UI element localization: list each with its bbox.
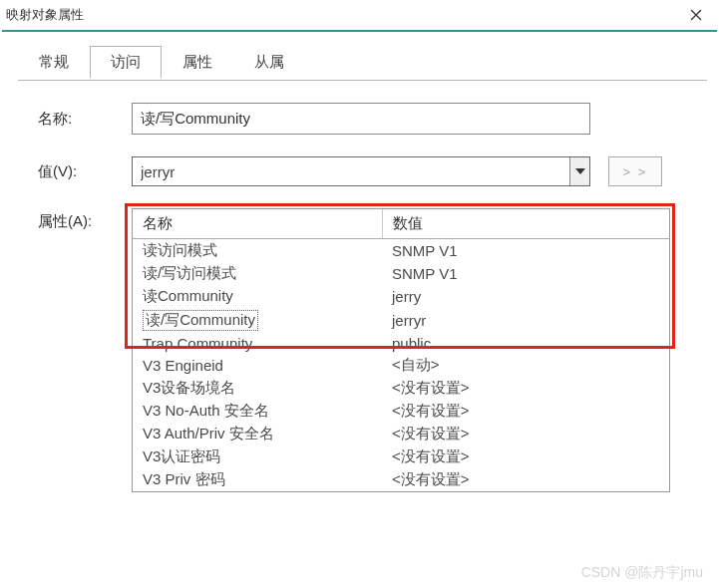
table-row[interactable]: V3 Engineid<自动> [133, 354, 669, 377]
name-row: 名称: [38, 103, 697, 135]
tab-access[interactable]: 访问 [90, 46, 162, 79]
name-field [132, 103, 590, 135]
cell-value[interactable]: <自动> [382, 354, 669, 377]
table-row[interactable]: V3设备场境名<没有设置> [133, 377, 669, 400]
window-title: 映射对象属性 [6, 6, 84, 24]
apply-button[interactable]: > > [608, 156, 662, 186]
cell-value[interactable]: public [382, 333, 669, 354]
cell-name[interactable]: V3 Engineid [133, 354, 382, 377]
cell-value[interactable]: <没有设置> [382, 377, 669, 400]
table-row[interactable]: V3 Priv 密码<没有设置> [133, 468, 669, 491]
table-row[interactable]: 读访问模式SNMP V1 [133, 239, 669, 263]
cell-name[interactable]: V3认证密码 [133, 445, 382, 468]
selected-cell: 读/写Community [143, 310, 258, 331]
attributes-table[interactable]: 名称 数值 读访问模式SNMP V1读/写访问模式SNMP V1读Communi… [133, 209, 669, 491]
cell-value[interactable]: SNMP V1 [382, 262, 669, 285]
attributes-label: 属性(A): [38, 208, 132, 231]
name-label: 名称: [38, 110, 132, 129]
table-row[interactable]: Trap Communitypublic [133, 333, 669, 354]
cell-value[interactable]: <没有设置> [382, 445, 669, 468]
chevron-down-icon [575, 168, 585, 174]
cell-name[interactable]: V3 Auth/Priv 安全名 [133, 423, 382, 445]
value-dropdown-button[interactable] [569, 157, 589, 185]
table-row[interactable]: V3 Auth/Priv 安全名<没有设置> [133, 423, 669, 445]
cell-value[interactable]: <没有设置> [382, 400, 669, 423]
cell-value[interactable]: jerryr [382, 308, 669, 333]
watermark: CSDN @陈丹宇jmu [581, 564, 703, 582]
cell-value[interactable]: jerry [382, 285, 669, 308]
cell-name[interactable]: V3设备场境名 [133, 377, 382, 400]
cell-name[interactable]: 读Community [133, 285, 382, 308]
close-button[interactable] [681, 3, 711, 27]
table-row[interactable]: 读/写Communityjerryr [133, 308, 669, 333]
attributes-table-wrap: 名称 数值 读访问模式SNMP V1读/写访问模式SNMP V1读Communi… [132, 208, 670, 492]
table-row[interactable]: V3认证密码<没有设置> [133, 445, 669, 468]
header-name[interactable]: 名称 [133, 209, 382, 239]
tab-attributes[interactable]: 属性 [162, 46, 233, 79]
tab-dependency[interactable]: 从属 [233, 46, 305, 79]
value-input[interactable] [133, 159, 569, 184]
tab-underline [18, 80, 707, 81]
table-header-row: 名称 数值 [133, 209, 669, 239]
attributes-row: 属性(A): 名称 数值 读访问模式SNMP V1读/写访问模式SNMP V1读… [38, 208, 697, 492]
cell-name[interactable]: V3 No-Auth 安全名 [133, 400, 382, 423]
titlebar: 映射对象属性 [0, 0, 719, 30]
content-area: 常规 访问 属性 从属 名称: 值(V): > > 属性(A): [2, 30, 717, 584]
tab-general[interactable]: 常规 [18, 46, 90, 79]
header-value[interactable]: 数值 [382, 209, 669, 239]
value-label: 值(V): [38, 162, 132, 181]
table-row[interactable]: 读Communityjerry [133, 285, 669, 308]
value-combobox[interactable] [132, 156, 590, 186]
cell-name[interactable]: 读/写Community [133, 308, 382, 333]
cell-value[interactable]: <没有设置> [382, 468, 669, 491]
cell-name[interactable]: Trap Community [133, 333, 382, 354]
close-icon [690, 9, 702, 21]
cell-name[interactable]: 读访问模式 [133, 239, 382, 263]
table-row[interactable]: V3 No-Auth 安全名<没有设置> [133, 400, 669, 423]
table-row[interactable]: 读/写访问模式SNMP V1 [133, 262, 669, 285]
tab-bar: 常规 访问 属性 从属 [18, 46, 717, 79]
cell-name[interactable]: 读/写访问模式 [133, 262, 382, 285]
cell-value[interactable]: <没有设置> [382, 423, 669, 445]
form-area: 名称: 值(V): > > 属性(A): 名称 数值 [2, 79, 717, 492]
cell-name[interactable]: V3 Priv 密码 [133, 468, 382, 491]
cell-value[interactable]: SNMP V1 [382, 239, 669, 263]
value-row: 值(V): > > [38, 156, 697, 186]
